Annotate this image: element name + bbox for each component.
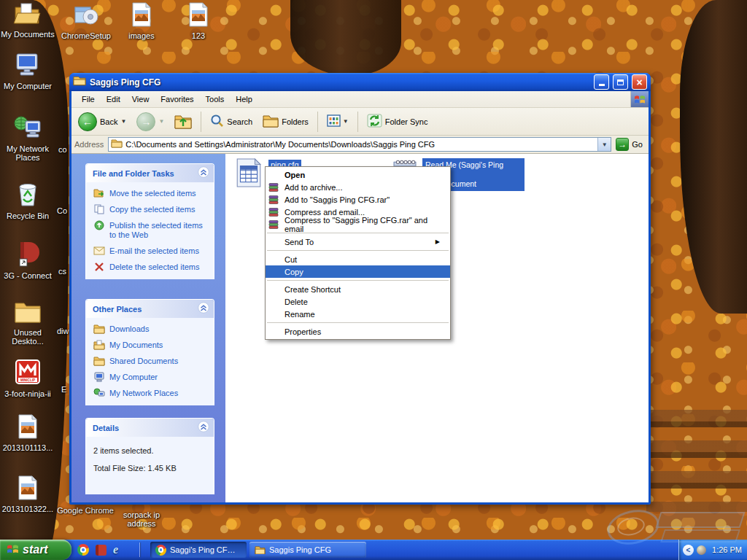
- winrar-icon: [268, 183, 285, 192]
- close-button[interactable]: ×: [632, 74, 647, 90]
- desktop-icon-sorpack-label[interactable]: sorpack ip address: [118, 510, 165, 528]
- context-menu-cut[interactable]: Cut: [266, 253, 450, 265]
- desktop-icon-images[interactable]: images: [114, 2, 169, 40]
- desktop-icon-label: 2013101322...: [2, 505, 53, 513]
- partial-icon-label: Co: [57, 206, 67, 215]
- task-delete-selected[interactable]: Delete the selected items: [93, 262, 211, 272]
- context-menu-delete[interactable]: Delete: [266, 295, 450, 308]
- place-shared-documents[interactable]: Shared Documents: [93, 357, 211, 366]
- menu-bar: File Edit View Favorites Tools Help: [71, 91, 649, 108]
- move-icon: [93, 188, 105, 198]
- menu-file[interactable]: File: [76, 93, 101, 106]
- menu-help[interactable]: Help: [230, 93, 258, 106]
- context-menu-send-to[interactable]: Send To▶: [266, 236, 450, 248]
- place-downloads[interactable]: Downloads: [93, 324, 211, 334]
- network-places-icon: [14, 115, 42, 143]
- chevron-up-icon[interactable]: [198, 421, 209, 435]
- desktop-icon-label: images: [128, 31, 154, 40]
- desktop-icon-my-computer[interactable]: My Computer: [0, 52, 55, 90]
- toolbar: ← Back ▼ → ▼ Search Folders: [71, 108, 649, 136]
- menu-edit[interactable]: Edit: [101, 93, 126, 106]
- desktop-icon-3g-connect[interactable]: 3G - Connect: [0, 241, 55, 280]
- panel-header[interactable]: Other Places: [86, 300, 214, 318]
- address-folder-icon: [111, 138, 123, 151]
- folders-button[interactable]: Folders: [259, 113, 312, 131]
- desktop-icon-label: My Network Places: [0, 144, 55, 162]
- internet-explorer-icon[interactable]: e: [113, 544, 125, 556]
- folder-sync-button[interactable]: Folder Sync: [363, 112, 432, 131]
- image-file-icon: [18, 414, 38, 442]
- desktop-icon-label: 3-foot-ninja-ii: [4, 389, 51, 398]
- winrar-icon: [268, 195, 285, 204]
- desktop-icon-label: ChromeSetup: [61, 31, 111, 40]
- menu-tools[interactable]: Tools: [200, 93, 231, 106]
- menu-favorites[interactable]: Favorites: [155, 93, 199, 106]
- system-tray: < 1:26 PM: [678, 540, 747, 560]
- context-menu-rename[interactable]: Rename: [266, 308, 450, 320]
- desktop-icon-my-documents[interactable]: My Documents: [0, 2, 55, 39]
- desktop-icon-google-chrome-label[interactable]: Google Chrome: [53, 506, 118, 515]
- desktop-icon-unused-desktop[interactable]: Unused Deskto...: [0, 300, 55, 346]
- chevron-up-icon[interactable]: [198, 166, 209, 181]
- back-dropdown-icon[interactable]: ▼: [120, 118, 126, 125]
- details-total-size: Total File Size: 1.45 KB: [93, 464, 211, 472]
- up-button[interactable]: [171, 112, 196, 132]
- back-button[interactable]: ← Back ▼: [74, 111, 130, 133]
- minimize-button[interactable]: [594, 74, 609, 90]
- tray-icon[interactable]: [697, 545, 706, 555]
- address-dropdown-icon[interactable]: ▼: [597, 138, 611, 151]
- address-label: Address: [74, 140, 104, 149]
- context-menu-add-to-named[interactable]: Add to "Saggis Ping CFG.rar": [266, 193, 450, 206]
- chevron-up-icon[interactable]: [198, 302, 209, 316]
- panel-file-folder-tasks: File and Folder Tasks Move the selected …: [85, 163, 214, 279]
- context-menu-compress-named-email[interactable]: Compress to "Saggis Ping CFG.rar" and em…: [266, 218, 450, 230]
- place-my-documents[interactable]: My Documents: [93, 341, 211, 350]
- maximize-button[interactable]: [613, 74, 628, 90]
- image-file-icon: [131, 2, 152, 30]
- views-dropdown-icon[interactable]: ▼: [343, 118, 349, 125]
- context-menu-open[interactable]: Open: [266, 168, 450, 181]
- views-button[interactable]: ▼: [323, 113, 352, 130]
- chrome-icon[interactable]: [77, 544, 89, 556]
- desktop-icon-my-network-places[interactable]: My Network Places: [0, 115, 55, 162]
- place-my-computer[interactable]: My Computer: [93, 373, 211, 382]
- taskbar-task-chrome[interactable]: Saggi's Ping CFG - Go...: [150, 542, 247, 558]
- desktop-icon-3-foot-ninja-ii[interactable]: MINICLIP 3-foot-ninja-ii: [0, 359, 55, 398]
- desktop-icon-chromesetup[interactable]: ChromeSetup: [58, 2, 114, 40]
- windows-logo-icon: [630, 91, 649, 107]
- context-menu-copy[interactable]: Copy: [266, 265, 450, 278]
- task-email-selected[interactable]: E-mail the selected items: [93, 246, 211, 256]
- address-input[interactable]: C:\Documents and Settings\Administrator\…: [108, 137, 611, 152]
- task-move-selected[interactable]: Move the selected items: [93, 189, 211, 198]
- 3g-connect-icon[interactable]: [96, 545, 107, 556]
- partial-icon-label: co: [58, 145, 67, 154]
- panel-header[interactable]: File and Folder Tasks: [86, 164, 214, 182]
- winrar-icon: [268, 208, 285, 217]
- desktop-icon-2013101113[interactable]: 2013101113...: [0, 414, 55, 452]
- desktop-icon-2013101322[interactable]: 2013101322...: [0, 475, 55, 513]
- search-button[interactable]: Search: [206, 112, 256, 131]
- window-titlebar[interactable]: Saggis Ping CFG ×: [69, 73, 651, 91]
- svg-text:MINICLIP: MINICLIP: [20, 378, 35, 382]
- desktop-icon-recycle-bin[interactable]: Recycle Bin: [0, 181, 55, 220]
- network-icon: [93, 388, 105, 398]
- go-button[interactable]: → Go: [616, 138, 646, 151]
- menu-view[interactable]: View: [126, 93, 155, 106]
- task-publish-selected[interactable]: Publish the selected items to the Web: [93, 221, 211, 240]
- back-icon: ←: [78, 112, 97, 131]
- context-menu-create-shortcut[interactable]: Create Shortcut: [266, 283, 450, 295]
- cfg-file-icon: [236, 158, 262, 190]
- task-copy-selected[interactable]: Copy the selected items: [93, 205, 211, 214]
- forward-button[interactable]: → ▼: [133, 111, 168, 133]
- panel-header[interactable]: Details: [86, 419, 214, 437]
- desktop-icon-123[interactable]: 123: [171, 2, 226, 40]
- start-button[interactable]: start: [0, 540, 71, 560]
- taskbar-task-explorer[interactable]: Saggis Ping CFG: [249, 542, 366, 558]
- desktop-icon-label: My Computer: [4, 82, 52, 90]
- context-menu-add-to-archive[interactable]: Add to archive...: [266, 181, 450, 193]
- hide-icons-chevron[interactable]: <: [683, 545, 694, 556]
- toolbar-separator: [357, 112, 358, 132]
- delete-icon: [93, 262, 105, 272]
- place-my-network-places[interactable]: My Network Places: [93, 389, 211, 398]
- context-menu-properties[interactable]: Properties: [266, 325, 450, 338]
